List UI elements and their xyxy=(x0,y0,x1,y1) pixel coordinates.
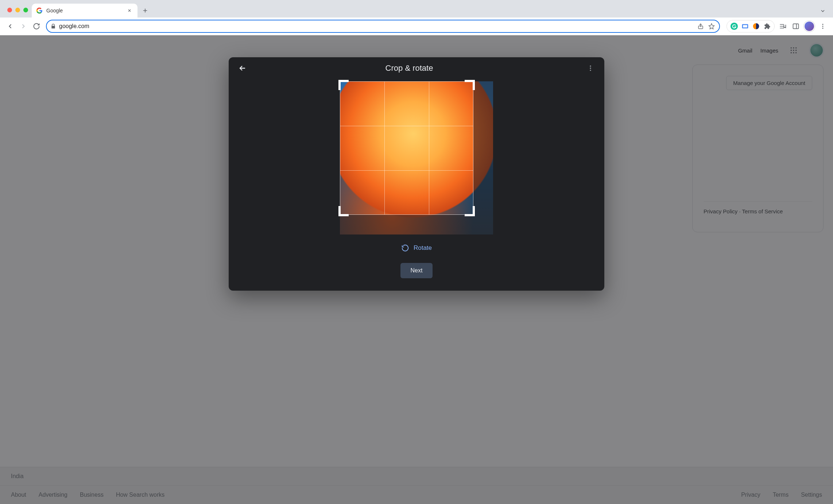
forward-button xyxy=(18,21,28,31)
grammarly-extension-icon[interactable] xyxy=(729,21,739,31)
rotate-label: Rotate xyxy=(414,244,432,252)
extension-icon-3[interactable] xyxy=(751,21,761,31)
modal-back-button[interactable] xyxy=(235,61,250,75)
tab-overflow-icon[interactable] xyxy=(820,8,826,14)
chrome-menu-icon[interactable] xyxy=(818,21,828,31)
new-tab-button[interactable] xyxy=(142,7,148,14)
crop-stage[interactable] xyxy=(340,81,493,234)
crop-handle-bottom-left[interactable] xyxy=(338,206,349,216)
bookmark-icon[interactable] xyxy=(708,22,716,30)
back-button[interactable] xyxy=(5,21,15,31)
close-window-icon[interactable] xyxy=(7,8,12,12)
extension-group xyxy=(727,20,775,32)
browser-tab[interactable]: Google xyxy=(32,4,137,18)
svg-point-6 xyxy=(822,24,824,25)
share-icon[interactable] xyxy=(697,22,705,30)
close-tab-icon[interactable] xyxy=(126,8,133,13)
crop-window[interactable] xyxy=(340,81,473,215)
svg-point-18 xyxy=(590,66,591,67)
maximize-window-icon[interactable] xyxy=(23,8,28,12)
address-bar[interactable] xyxy=(46,20,720,33)
next-label: Next xyxy=(411,267,423,274)
modal-title: Crop & rotate xyxy=(250,63,569,73)
crop-handle-bottom-right[interactable] xyxy=(465,206,475,216)
tab-title: Google xyxy=(46,8,122,13)
svg-rect-3 xyxy=(743,25,747,27)
crop-handle-top-left[interactable] xyxy=(338,80,349,90)
rotate-icon xyxy=(401,244,409,252)
window-traffic-lights xyxy=(4,8,32,18)
svg-point-19 xyxy=(590,67,591,69)
profile-avatar-icon[interactable] xyxy=(804,21,815,32)
crop-rotate-modal: Crop & rotate xyxy=(229,57,604,291)
extensions-puzzle-icon[interactable] xyxy=(762,21,772,31)
lock-icon[interactable] xyxy=(50,23,56,29)
google-favicon-icon xyxy=(36,7,43,14)
side-panel-icon[interactable] xyxy=(791,21,801,31)
svg-point-20 xyxy=(590,70,591,71)
rotate-button[interactable]: Rotate xyxy=(397,241,436,255)
url-input[interactable] xyxy=(59,23,694,30)
svg-point-8 xyxy=(822,28,824,29)
modal-more-icon[interactable] xyxy=(583,61,598,75)
extension-icon-2[interactable] xyxy=(740,21,750,31)
minimize-window-icon[interactable] xyxy=(15,8,20,12)
next-button[interactable]: Next xyxy=(400,263,433,278)
svg-rect-5 xyxy=(793,24,799,28)
svg-point-7 xyxy=(822,26,824,27)
reading-list-icon[interactable] xyxy=(778,21,788,31)
crop-handle-top-right[interactable] xyxy=(465,80,475,90)
svg-point-1 xyxy=(731,23,738,30)
reload-button[interactable] xyxy=(31,21,42,31)
